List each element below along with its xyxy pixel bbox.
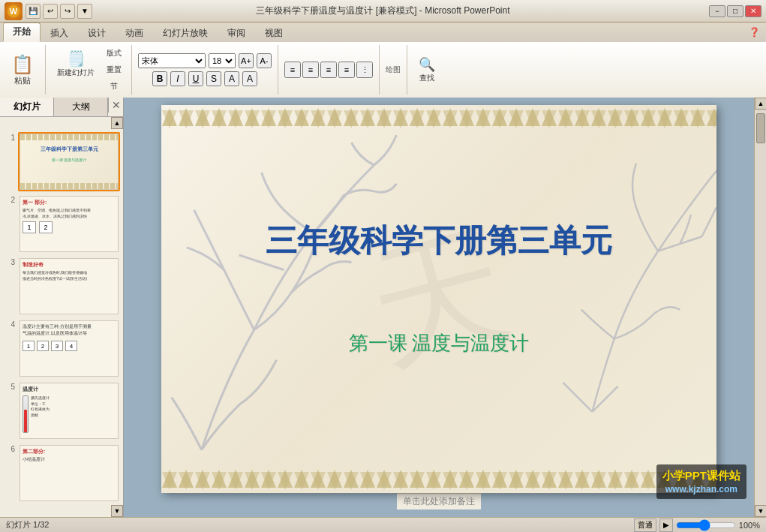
tab-slideshow[interactable]: 幻灯片放映 xyxy=(153,24,218,42)
drawing-label: 绘图 xyxy=(386,65,401,75)
slide-thumb-5[interactable]: 温度计 摄氏温度计单位：℃红色液体为酒精 xyxy=(18,381,120,440)
font-controls: 宋体 18 A+ A- xyxy=(138,53,272,68)
decrease-font-button[interactable]: A- xyxy=(257,53,272,68)
scroll-up-button[interactable]: ▲ xyxy=(755,98,766,110)
s4-content-thumb: 温度计主要有三种,分别是用于测量气温的温度计,以及医用体温计等 xyxy=(20,321,118,339)
s4-boxes-thumb: 1 2 3 4 xyxy=(20,339,118,353)
tab-start[interactable]: 开始 xyxy=(3,23,41,42)
panel-scroll-down[interactable]: ▼ xyxy=(111,505,123,517)
zoom-slider[interactable] xyxy=(676,519,736,531)
maximize-button[interactable]: □ xyxy=(727,5,743,17)
tab-slides[interactable]: 幻灯片 xyxy=(0,98,54,116)
customize-button[interactable]: ▼ xyxy=(77,4,92,19)
slide-thumb-3[interactable]: 制造好奇 每当我们感觉冷或热时,我们能否准确地描述当时的冷热程度?试一试(学生活… xyxy=(18,257,120,316)
save-button[interactable]: 💾 xyxy=(26,4,41,19)
slides-group: 🗒️ 新建幻灯片 版式 重置 节 xyxy=(52,45,132,95)
help-icon[interactable]: ❓ xyxy=(743,25,766,40)
align-center-button[interactable]: ≡ xyxy=(302,62,319,78)
italic-button[interactable]: I xyxy=(170,71,185,86)
slide-background xyxy=(161,105,716,493)
normal-view-button[interactable]: 普通 xyxy=(634,518,656,532)
font-family-select[interactable]: 宋体 xyxy=(138,53,206,68)
slide-thumb-2[interactable]: 第一 部分: 暖气片、空调、电热毯,让我们感觉不到寒冷,冰激凌、冰水、凉风让我们… xyxy=(18,194,120,254)
paragraph-controls: ≡ ≡ ≡ ≡ ⋮ xyxy=(284,62,373,78)
font-spacing-button[interactable]: A xyxy=(242,71,257,86)
drawing-group: 绘图 xyxy=(386,45,407,95)
text-format-controls: B I U S A A xyxy=(152,71,257,86)
align-left-button[interactable]: ≡ xyxy=(284,62,301,78)
quick-access-toolbar: 💾 ↩ ↪ ▼ xyxy=(26,4,92,19)
underline-button[interactable]: U xyxy=(188,71,203,86)
slide-number-4: 4 xyxy=(3,319,15,329)
justify-button[interactable]: ≡ xyxy=(338,62,355,78)
close-panel-button[interactable]: ✕ xyxy=(108,98,123,113)
s6-content-thumb: 小结温度计 xyxy=(20,456,118,463)
slide-item-1: 1 三年级科学下册第三单元 第一课 温度与温度计 xyxy=(3,132,120,191)
view-buttons: 普通 ▶ 100% xyxy=(634,518,760,532)
find-button[interactable]: 🔍 查找 xyxy=(413,53,440,87)
s1-main-title-thumb: 三年级科学下册第三单元 xyxy=(20,146,118,153)
tab-design[interactable]: 设计 xyxy=(78,24,116,42)
scroll-thumb[interactable] xyxy=(756,113,765,143)
slide-number-3: 3 xyxy=(3,257,15,266)
strikethrough-button[interactable]: S xyxy=(206,71,221,86)
scroll-down-button[interactable]: ▼ xyxy=(755,505,766,517)
s1-subtitle-thumb: 第一课 温度与温度计 xyxy=(20,158,118,162)
minimize-button[interactable]: － xyxy=(709,5,725,17)
redo-button[interactable]: ↪ xyxy=(60,4,75,19)
canvas-area: 天 三年级科学下册第三单元 第一课 温度与温度计 单击此处添加备注 小学PPT课… xyxy=(124,98,754,517)
title-bar-left: W 💾 ↩ ↪ ▼ xyxy=(5,2,92,20)
slide-count: 幻灯片 1/32 xyxy=(6,519,49,530)
panel-scroll-up[interactable]: ▲ xyxy=(111,117,123,129)
slide-item-2: 2 第一 部分: 暖气片、空调、电热毯,让我们感觉不到寒冷,冰激凌、冰水、凉风让… xyxy=(3,194,120,254)
section-button[interactable]: 节 xyxy=(103,79,125,94)
slide-thumb-4[interactable]: 温度计主要有三种,分别是用于测量气温的温度计,以及医用体温计等 1 2 3 4 xyxy=(18,319,120,378)
slide-number-2: 2 xyxy=(3,194,15,204)
align-right-button[interactable]: ≡ xyxy=(320,62,337,78)
bottom-border-svg xyxy=(161,467,716,493)
close-button[interactable]: ✕ xyxy=(745,5,761,17)
s3-title-thumb: 制造好奇 xyxy=(20,259,118,269)
new-slide-icon: 🗒️ xyxy=(67,50,86,68)
slide-thumb-6[interactable]: 第二部分: 小结温度计 xyxy=(18,443,120,503)
font-group: 宋体 18 A+ A- B I U S A A xyxy=(138,45,278,95)
increase-font-button[interactable]: A+ xyxy=(239,53,254,68)
columns-button[interactable]: ⋮ xyxy=(356,62,373,78)
paste-label: 粘贴 xyxy=(14,75,31,86)
slide-main-title[interactable]: 三年级科学下册第三单元 xyxy=(266,220,612,262)
s2-title-thumb: 第一 部分: xyxy=(20,197,118,207)
bold-button[interactable]: B xyxy=(152,71,167,86)
svg-rect-7 xyxy=(161,467,716,493)
tab-view[interactable]: 视图 xyxy=(255,24,293,42)
reset-button[interactable]: 重置 xyxy=(103,62,125,77)
tab-review[interactable]: 审阅 xyxy=(218,24,255,42)
ribbon-tabs: 开始 插入 设计 动画 幻灯片放映 审阅 视图 ❓ xyxy=(0,23,766,42)
slide-item-6: 6 第二部分: 小结温度计 xyxy=(3,443,120,503)
slide-subtitle[interactable]: 第一课 温度与温度计 xyxy=(349,330,530,356)
tab-animation[interactable]: 动画 xyxy=(116,24,153,42)
slide-number-5: 5 xyxy=(3,381,15,391)
top-border-decoration xyxy=(161,105,716,131)
notes-area[interactable]: 单击此处添加备注 xyxy=(397,493,481,509)
window-title: 三年级科学下册温度与温度计 [兼容模式] - Microsoft PowerPo… xyxy=(256,5,509,17)
shadow-button[interactable]: A xyxy=(224,71,239,86)
notes-placeholder[interactable]: 单击此处添加备注 xyxy=(403,495,475,508)
ribbon: 开始 插入 设计 动画 幻灯片放映 审阅 视图 ❓ 📋 粘贴 🗒️ 新建幻灯片 … xyxy=(0,23,766,98)
paragraph-group: ≡ ≡ ≡ ≡ ⋮ xyxy=(284,45,380,95)
undo-button[interactable]: ↩ xyxy=(43,4,58,19)
slide-number-1: 1 xyxy=(3,132,15,142)
layout-button[interactable]: 版式 xyxy=(103,46,125,61)
slide-thumb-1[interactable]: 三年级科学下册第三单元 第一课 温度与温度计 xyxy=(18,132,120,191)
status-bar: 幻灯片 1/32 普通 ▶ 100% xyxy=(0,517,766,532)
find-label: 查找 xyxy=(419,73,434,83)
s2-content-thumb: 暖气片、空调、电热毯,让我们感觉不到寒冷,冰激凌、冰水、凉风让我们感到凉快 xyxy=(20,207,118,220)
font-size-select[interactable]: 18 xyxy=(209,53,236,68)
top-border-svg xyxy=(161,105,716,131)
tab-outline[interactable]: 大纲 xyxy=(54,98,108,116)
slideshow-button[interactable]: ▶ xyxy=(659,518,673,532)
tab-insert[interactable]: 插入 xyxy=(41,24,78,42)
new-slide-button[interactable]: 🗒️ 新建幻灯片 xyxy=(52,46,100,94)
slide-item-4: 4 温度计主要有三种,分别是用于测量气温的温度计,以及医用体温计等 1 2 3 … xyxy=(3,319,120,378)
slide-canvas[interactable]: 天 三年级科学下册第三单元 第一课 温度与温度计 xyxy=(161,105,716,493)
paste-button[interactable]: 📋 粘贴 xyxy=(6,50,39,90)
